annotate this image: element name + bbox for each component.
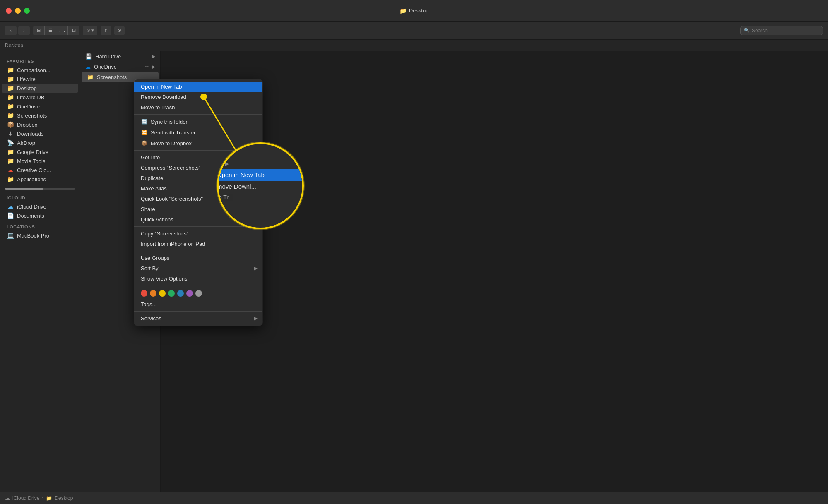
zoom-edit-row: ✏ ▶ [217, 158, 304, 169]
menu-item-show-view-options[interactable]: Show View Options [134, 274, 262, 284]
sidebar-label-dropbox: Dropbox [17, 122, 37, 128]
menu-item-remove-download[interactable]: Remove Download [134, 92, 262, 102]
menu-label-tags: Tags... [141, 301, 156, 307]
menu-item-sync-folder[interactable]: 🔄 Sync this folder [134, 116, 262, 127]
sidebar-item-movie-tools[interactable]: 📁 Movie Tools [2, 156, 78, 166]
title-folder-icon: 📁 [400, 7, 407, 14]
title-bar: 📁 Desktop [0, 0, 828, 22]
status-cloud-icon: ☁ [5, 495, 10, 501]
sidebar-label-icloud-drive: iCloud Drive [17, 204, 46, 210]
tag-button[interactable]: ⊙ [114, 26, 125, 35]
sidebar-item-onedrive[interactable]: 📁 OneDrive [2, 102, 78, 111]
file-item-hard-drive[interactable]: 💾 Hard Drive ▶ [80, 51, 160, 62]
documents-icon: 📄 [7, 212, 14, 219]
icloud-icon: ☁ [7, 203, 14, 210]
transfer-icon: 🔀 [141, 129, 147, 136]
sidebar-label-macbook-pro: MacBook Pro [17, 233, 49, 239]
sidebar-item-comparison[interactable]: 📁 Comparison... [2, 65, 78, 74]
sidebar-item-icloud-drive[interactable]: ☁ iCloud Drive [2, 202, 78, 211]
folder-icon: 📁 [7, 103, 14, 110]
maximize-button[interactable] [24, 8, 30, 14]
menu-label-send-transfer: Send with Transfer... [151, 130, 200, 136]
zoom-label-remove: move Downl... [217, 183, 256, 190]
menu-label-duplicate: Duplicate [141, 175, 163, 181]
breadcrumb-folder: 📁 [46, 495, 52, 501]
menu-label-sort-by: Sort By [141, 265, 159, 271]
view-column-button[interactable]: ⋮⋮ [56, 26, 68, 35]
drive-bar-area [0, 186, 80, 191]
forward-button[interactable]: › [18, 26, 30, 35]
downloads-icon: ⬇ [7, 130, 14, 137]
tag-green[interactable] [168, 290, 175, 297]
breadcrumb-folder-label: Desktop [55, 495, 73, 501]
tag-gray[interactable] [195, 290, 202, 297]
tag-blue[interactable] [177, 290, 184, 297]
zoom-remove-download: move Downl... [217, 181, 304, 192]
menu-item-use-groups[interactable]: Use Groups [134, 253, 262, 263]
tag-orange[interactable] [150, 290, 156, 297]
sidebar-item-screenshots[interactable]: 📁 Screenshots [2, 111, 78, 120]
sidebar-item-lifewire-db[interactable]: 📁 Lifewire DB [2, 93, 78, 102]
search-box[interactable]: 🔍 [740, 26, 823, 35]
menu-label-open-new-tab: Open in New Tab [141, 84, 182, 90]
location-bar: Desktop [0, 40, 828, 51]
sidebar-item-applications[interactable]: 📁 Applications [2, 175, 78, 184]
storage-bar [5, 188, 75, 190]
menu-item-move-trash[interactable]: Move to Trash [134, 102, 262, 113]
close-button[interactable] [6, 8, 12, 14]
sidebar-item-dropbox[interactable]: 📦 Dropbox [2, 120, 78, 129]
sidebar: Favorites 📁 Comparison... 📁 Lifewire 📁 D… [0, 51, 80, 492]
sidebar-item-creative-cloud[interactable]: ☁ Creative Clo... [2, 166, 78, 175]
share-button[interactable]: ⬆ [101, 26, 111, 35]
menu-item-open-new-tab[interactable]: Open in New Tab [134, 82, 262, 92]
sidebar-label-documents: Documents [17, 213, 44, 219]
menu-divider-1 [134, 114, 262, 115]
view-icon-button[interactable]: ⊞ [33, 26, 45, 35]
zoom-arrow-icon: ▶ [225, 161, 229, 167]
sidebar-item-documents[interactable]: 📄 Documents [2, 211, 78, 220]
sidebar-item-desktop[interactable]: 📁 Desktop [2, 84, 78, 93]
menu-item-tags[interactable]: Tags... [134, 299, 262, 310]
dropbox-menu-icon: 📦 [141, 140, 147, 146]
file-item-onedrive[interactable]: ☁ OneDrive ✏ ▶ [80, 62, 160, 72]
sidebar-label-downloads: Downloads [17, 131, 43, 137]
sidebar-item-downloads[interactable]: ⬇ Downloads [2, 129, 78, 138]
menu-label-quick-look: Quick Look "Screenshots" [141, 196, 203, 202]
tag-purple[interactable] [186, 290, 193, 297]
menu-divider-3 [134, 226, 262, 227]
view-list-button[interactable]: ☰ [45, 26, 56, 35]
menu-item-copy[interactable]: Copy "Screenshots" [134, 228, 262, 239]
menu-label-compress: Compress "Screenshots" [141, 165, 200, 171]
window-title-area: 📁 Desktop [400, 7, 429, 14]
menu-label-move-trash: Move to Trash [141, 104, 175, 110]
sidebar-item-lifewire[interactable]: 📁 Lifewire [2, 74, 78, 84]
menu-item-import-iphone[interactable]: Import from iPhone or iPad [134, 239, 262, 249]
menu-label-use-groups: Use Groups [141, 255, 169, 261]
google-drive-icon: 📁 [7, 149, 14, 155]
tag-red[interactable] [141, 290, 147, 297]
sidebar-label-google-drive: Google Drive [17, 149, 48, 155]
sidebar-label-movie-tools: Movie Tools [17, 158, 45, 164]
menu-item-send-transfer[interactable]: 🔀 Send with Transfer... [134, 127, 262, 138]
hard-drive-arrow: ▶ [152, 54, 155, 59]
sidebar-label-onedrive: OneDrive [17, 103, 40, 110]
back-button[interactable]: ‹ [5, 26, 17, 35]
onedrive-icon: ☁ [85, 64, 91, 70]
sidebar-item-airdrop[interactable]: 📡 AirDrop [2, 138, 78, 147]
menu-label-quick-actions: Quick Actions [141, 216, 173, 223]
menu-item-sort-by[interactable]: Sort By ▶ [134, 263, 262, 274]
tag-yellow[interactable] [159, 290, 166, 297]
locations-header: Locations [0, 220, 80, 231]
search-input[interactable] [752, 28, 819, 34]
sidebar-item-google-drive[interactable]: 📁 Google Drive [2, 147, 78, 156]
sidebar-label-screenshots: Screenshots [17, 113, 47, 119]
zoom-circle: ✏ ▶ Open in New Tab move Downl... to Tr.… [217, 142, 304, 229]
action-button[interactable]: ⚙ ▾ [83, 26, 97, 35]
sidebar-item-macbook-pro[interactable]: 💻 MacBook Pro [2, 231, 78, 240]
sort-by-arrow: ▶ [254, 266, 258, 271]
sync-icon: 🔄 [141, 118, 147, 125]
menu-item-services[interactable]: Services ▶ [134, 313, 262, 324]
minimize-button[interactable] [15, 8, 21, 14]
icloud-header: iCloud [0, 191, 80, 202]
view-gallery-button[interactable]: ⊡ [68, 26, 79, 35]
